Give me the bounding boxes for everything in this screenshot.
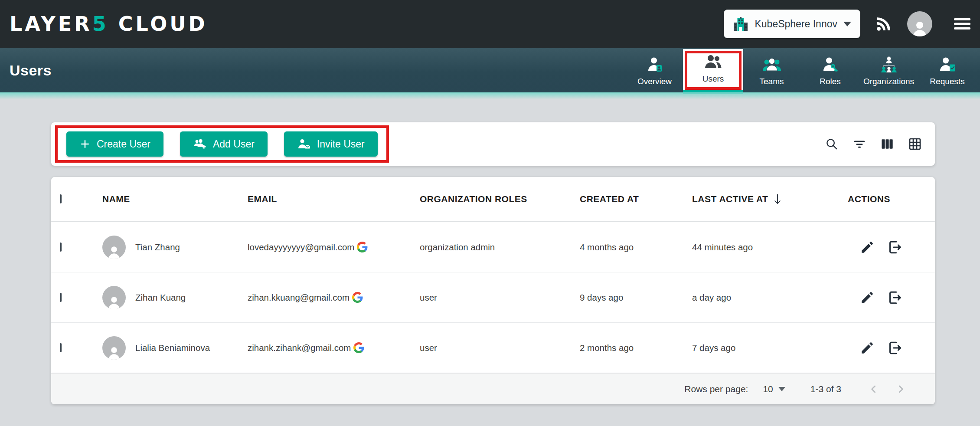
row-checkbox[interactable] <box>60 343 62 352</box>
create-user-label: Create User <box>97 138 150 150</box>
search-button[interactable] <box>825 137 839 151</box>
rows-per-page-value: 10 <box>763 384 773 394</box>
tab-requests-label: Requests <box>930 77 964 86</box>
annotation-box-user-buttons: Create User Add User Invite <box>55 125 389 163</box>
tab-users[interactable]: Users <box>685 51 742 90</box>
next-page-button[interactable] <box>895 383 906 395</box>
previous-page-button[interactable] <box>868 383 879 395</box>
layer5-cloud-logo: LAYER5 CLOUD <box>10 12 208 36</box>
logo-cloud: CLOUD <box>118 12 208 36</box>
feed-button[interactable] <box>875 15 892 33</box>
tab-teams[interactable]: Teams <box>743 51 800 90</box>
sign-out-icon <box>887 290 902 305</box>
filter-button[interactable] <box>853 137 866 151</box>
user-last-active-at: 44 minutes ago <box>692 242 848 252</box>
column-header-name[interactable]: NAME <box>102 194 248 204</box>
edit-user-button[interactable] <box>860 290 875 305</box>
remove-user-button[interactable] <box>887 239 902 255</box>
table-row[interactable]: Lialia Beniaminova zihank.zihank@gmail.c… <box>51 323 935 373</box>
tab-requests[interactable]: Requests <box>919 51 976 90</box>
rss-icon <box>875 15 892 33</box>
grid-icon <box>908 137 922 151</box>
avatar <box>102 286 126 309</box>
grid-view-button[interactable] <box>908 137 922 151</box>
user-org-roles: organization admin <box>420 242 580 252</box>
section-nav-bar: Users Overview <box>0 48 980 92</box>
tab-organizations[interactable]: Organizations <box>860 51 917 90</box>
tab-users-label: Users <box>702 74 724 84</box>
user-email: zihank.zihank@gmail.com <box>248 343 351 353</box>
users-icon <box>703 53 723 71</box>
person-key-icon <box>821 56 840 73</box>
avatar <box>102 336 126 360</box>
user-name: Tian Zhang <box>135 242 180 252</box>
user-created-at: 4 months ago <box>580 242 692 252</box>
google-icon <box>357 242 368 252</box>
table-row[interactable]: Zihan Kuang zihan.kkuang@gmail.com user … <box>51 272 935 323</box>
remove-user-button[interactable] <box>887 290 902 305</box>
row-checkbox[interactable] <box>60 242 62 252</box>
user-email: lovedayyyyyyy@gmail.com <box>248 242 354 252</box>
navbar-glow-strip <box>0 92 980 99</box>
tab-overview-label: Overview <box>637 77 672 86</box>
tab-teams-label: Teams <box>760 77 784 86</box>
columns-icon <box>880 137 894 151</box>
pagination-range: 1-3 of 3 <box>810 384 841 394</box>
tab-roles[interactable]: Roles <box>802 51 859 90</box>
pencil-icon <box>860 341 875 355</box>
organization-selector-label: KubeSphere Innov <box>755 18 837 30</box>
select-all-checkbox[interactable] <box>60 194 62 203</box>
table-header-row: NAME EMAIL ORGANIZATION ROLES CREATED AT… <box>51 177 935 222</box>
pencil-icon <box>860 240 875 255</box>
google-icon <box>353 342 364 353</box>
column-header-last-active-at[interactable]: LAST ACTIVE AT <box>692 193 848 205</box>
column-header-created-at[interactable]: CREATED AT <box>580 194 692 204</box>
tab-roles-label: Roles <box>820 77 841 86</box>
chevron-down-icon <box>843 22 851 26</box>
invite-user-button[interactable]: Invite User <box>284 131 378 157</box>
add-user-button[interactable]: Add User <box>180 131 268 157</box>
google-icon <box>352 292 363 303</box>
person-invite-icon <box>297 138 311 150</box>
logo-five: 5 <box>92 12 109 36</box>
hamburger-menu-button[interactable] <box>954 17 970 30</box>
menu-icon <box>954 17 970 30</box>
user-name: Lialia Beniaminova <box>135 343 210 353</box>
user-org-roles: user <box>420 292 580 303</box>
user-org-roles: user <box>420 343 580 353</box>
sign-out-icon <box>887 239 902 255</box>
users-table: NAME EMAIL ORGANIZATION ROLES CREATED AT… <box>51 177 935 404</box>
user-created-at: 2 months ago <box>580 343 692 353</box>
edit-user-button[interactable] <box>860 240 875 255</box>
organization-selector[interactable]: KubeSphere Innov <box>724 10 860 38</box>
last-active-at-label: LAST ACTIVE AT <box>692 194 768 204</box>
group-add-icon <box>193 138 207 150</box>
rows-per-page-select[interactable]: 10 <box>763 384 785 394</box>
nav-tabs: Overview Users <box>626 51 976 90</box>
filter-icon <box>853 137 866 151</box>
user-email: zihan.kkuang@gmail.com <box>248 292 350 303</box>
logo-layer: LAYER <box>10 12 92 36</box>
tab-overview[interactable]: Overview <box>626 51 683 90</box>
org-hierarchy-icon <box>879 56 898 73</box>
user-last-active-at: 7 days ago <box>692 343 848 353</box>
chevron-down-icon <box>778 387 785 391</box>
building-icon <box>733 16 748 32</box>
chevron-right-icon <box>895 383 906 395</box>
sign-out-icon <box>887 340 902 356</box>
user-menu-button[interactable] <box>907 11 932 36</box>
column-header-org-roles[interactable]: ORGANIZATION ROLES <box>420 194 580 204</box>
search-icon <box>825 137 839 151</box>
row-checkbox[interactable] <box>60 293 62 302</box>
add-user-label: Add User <box>213 138 255 150</box>
user-name: Zihan Kuang <box>135 292 186 303</box>
users-toolbar: Create User Add User Invite <box>51 122 935 166</box>
remove-user-button[interactable] <box>887 340 902 356</box>
columns-button[interactable] <box>880 137 894 151</box>
table-row[interactable]: Tian Zhang lovedayyyyyyy@gmail.com organ… <box>51 222 935 272</box>
column-header-email[interactable]: EMAIL <box>248 194 420 204</box>
chevron-left-icon <box>868 383 879 395</box>
table-view-controls <box>825 137 922 151</box>
edit-user-button[interactable] <box>860 341 875 355</box>
create-user-button[interactable]: Create User <box>66 131 163 157</box>
